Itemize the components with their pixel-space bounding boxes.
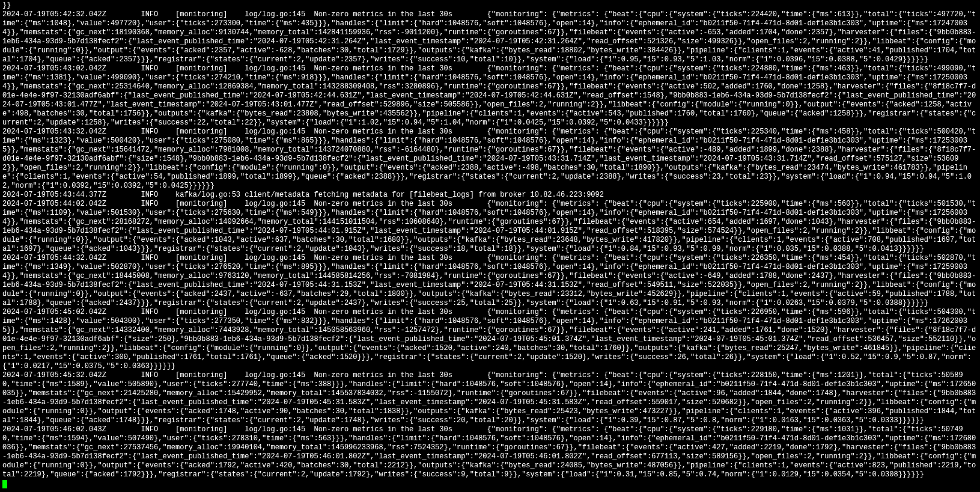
log-line: 2024-07-19T05:45:32.042Z INFO [monitorin… (2, 371, 978, 425)
log-line: }} (2, 1, 978, 10)
log-line: 2024-07-19T05:45:02.042Z INFO [monitorin… (2, 308, 978, 371)
terminal-cursor (2, 480, 7, 488)
log-line: 2024-07-19T05:43:02.042Z INFO [monitorin… (2, 64, 978, 128)
log-line: 2024-07-19T05:43:44.377Z INFO kafka/log.… (2, 191, 978, 200)
log-line: 2024-07-19T05:43:32.042Z INFO [monitorin… (2, 128, 978, 191)
terminal-output[interactable]: }}2024-07-19T05:42:32.042Z INFO [monitor… (0, 0, 980, 492)
log-line: 2024-07-19T05:44:32.042Z INFO [monitorin… (2, 254, 978, 308)
log-line: 2024-07-19T05:42:32.042Z INFO [monitorin… (2, 10, 978, 64)
log-line: 2024-07-19T05:44:02.042Z INFO [monitorin… (2, 200, 978, 254)
log-line: 2024-07-19T05:46:02.043Z INFO [monitorin… (2, 425, 978, 479)
